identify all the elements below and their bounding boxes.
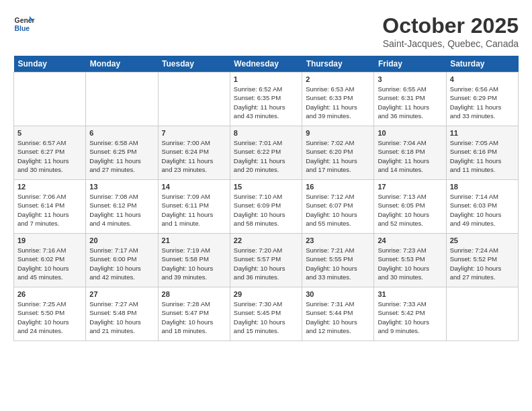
calendar-cell: 8Sunrise: 7:01 AM Sunset: 6:22 PM Daylig…: [230, 126, 302, 180]
calendar-cell: 11Sunrise: 7:05 AM Sunset: 6:16 PM Dayli…: [446, 126, 518, 180]
calendar-cell: 18Sunrise: 7:14 AM Sunset: 6:03 PM Dayli…: [446, 180, 518, 234]
day-info: Sunrise: 6:55 AM Sunset: 6:31 PM Dayligh…: [378, 85, 442, 120]
day-number: 9: [306, 129, 370, 137]
day-info: Sunrise: 7:23 AM Sunset: 5:53 PM Dayligh…: [378, 246, 442, 281]
day-number: 31: [378, 290, 442, 298]
day-number: 2: [306, 75, 370, 83]
day-info: Sunrise: 7:16 AM Sunset: 6:02 PM Dayligh…: [17, 246, 82, 281]
day-info: Sunrise: 7:20 AM Sunset: 5:57 PM Dayligh…: [234, 246, 298, 281]
calendar-cell: 24Sunrise: 7:23 AM Sunset: 5:53 PM Dayli…: [374, 234, 446, 287]
day-number: 14: [162, 183, 226, 191]
logo: General Blue: [13, 13, 35, 35]
day-number: 22: [234, 236, 298, 244]
calendar-week-row: 12Sunrise: 7:06 AM Sunset: 6:14 PM Dayli…: [14, 180, 519, 234]
day-number: 11: [450, 129, 515, 137]
day-number: 23: [306, 236, 370, 244]
day-info: Sunrise: 6:57 AM Sunset: 6:27 PM Dayligh…: [17, 138, 82, 174]
calendar-cell: 23Sunrise: 7:21 AM Sunset: 5:55 PM Dayli…: [302, 234, 374, 287]
day-number: 29: [234, 290, 298, 298]
calendar-cell: [14, 73, 86, 126]
calendar-week-row: 5Sunrise: 6:57 AM Sunset: 6:27 PM Daylig…: [14, 126, 519, 180]
calendar-cell: 16Sunrise: 7:12 AM Sunset: 6:07 PM Dayli…: [302, 180, 374, 234]
day-number: 24: [378, 236, 442, 244]
calendar-cell: 31Sunrise: 7:33 AM Sunset: 5:42 PM Dayli…: [374, 287, 446, 341]
location-subtitle: Saint-Jacques, Quebec, Canada: [382, 38, 519, 49]
calendar-cell: 4Sunrise: 6:56 AM Sunset: 6:29 PM Daylig…: [446, 73, 518, 126]
calendar-cell: 14Sunrise: 7:09 AM Sunset: 6:11 PM Dayli…: [158, 180, 230, 234]
day-info: Sunrise: 7:10 AM Sunset: 6:09 PM Dayligh…: [234, 192, 298, 228]
calendar-cell: 2Sunrise: 6:53 AM Sunset: 6:33 PM Daylig…: [302, 73, 374, 126]
day-info: Sunrise: 6:52 AM Sunset: 6:35 PM Dayligh…: [234, 85, 298, 120]
day-number: 12: [17, 183, 82, 191]
day-number: 6: [89, 129, 154, 137]
calendar-cell: 15Sunrise: 7:10 AM Sunset: 6:09 PM Dayli…: [230, 180, 302, 234]
day-info: Sunrise: 6:58 AM Sunset: 6:25 PM Dayligh…: [89, 138, 154, 174]
day-info: Sunrise: 7:12 AM Sunset: 6:07 PM Dayligh…: [306, 192, 370, 228]
day-number: 21: [162, 236, 226, 244]
day-info: Sunrise: 7:06 AM Sunset: 6:14 PM Dayligh…: [17, 192, 82, 228]
calendar-cell: 3Sunrise: 6:55 AM Sunset: 6:31 PM Daylig…: [374, 73, 446, 126]
day-info: Sunrise: 7:24 AM Sunset: 5:52 PM Dayligh…: [450, 246, 515, 281]
weekday-header-wednesday: Wednesday: [230, 56, 302, 73]
day-number: 16: [306, 183, 370, 191]
day-info: Sunrise: 7:17 AM Sunset: 6:00 PM Dayligh…: [89, 246, 154, 281]
day-number: 4: [450, 75, 515, 83]
day-info: Sunrise: 7:21 AM Sunset: 5:55 PM Dayligh…: [306, 246, 370, 281]
calendar-cell: [86, 73, 158, 126]
weekday-header-row: SundayMondayTuesdayWednesdayThursdayFrid…: [14, 56, 519, 73]
calendar-cell: 12Sunrise: 7:06 AM Sunset: 6:14 PM Dayli…: [14, 180, 86, 234]
calendar-cell: [446, 287, 518, 341]
calendar-week-row: 19Sunrise: 7:16 AM Sunset: 6:02 PM Dayli…: [14, 234, 519, 287]
day-info: Sunrise: 7:01 AM Sunset: 6:22 PM Dayligh…: [234, 138, 298, 174]
day-info: Sunrise: 7:30 AM Sunset: 5:45 PM Dayligh…: [234, 300, 298, 335]
weekday-header-tuesday: Tuesday: [158, 56, 230, 73]
calendar-cell: 13Sunrise: 7:08 AM Sunset: 6:12 PM Dayli…: [86, 180, 158, 234]
day-info: Sunrise: 7:13 AM Sunset: 6:05 PM Dayligh…: [378, 192, 442, 228]
day-number: 7: [162, 129, 226, 137]
day-info: Sunrise: 7:14 AM Sunset: 6:03 PM Dayligh…: [450, 192, 515, 228]
calendar-cell: 20Sunrise: 7:17 AM Sunset: 6:00 PM Dayli…: [86, 234, 158, 287]
day-number: 30: [306, 290, 370, 298]
day-info: Sunrise: 6:53 AM Sunset: 6:33 PM Dayligh…: [306, 85, 370, 120]
logo-icon: General Blue: [13, 13, 35, 35]
day-number: 1: [234, 75, 298, 83]
day-info: Sunrise: 7:02 AM Sunset: 6:20 PM Dayligh…: [306, 138, 370, 174]
day-info: Sunrise: 7:31 AM Sunset: 5:44 PM Dayligh…: [306, 300, 370, 335]
day-number: 17: [378, 183, 442, 191]
day-info: Sunrise: 7:05 AM Sunset: 6:16 PM Dayligh…: [450, 138, 515, 174]
day-info: Sunrise: 7:00 AM Sunset: 6:24 PM Dayligh…: [162, 138, 226, 174]
day-number: 10: [378, 129, 442, 137]
calendar-week-row: 26Sunrise: 7:25 AM Sunset: 5:50 PM Dayli…: [14, 287, 519, 341]
header: General Blue October 2025 Saint-Jacques,…: [13, 13, 519, 49]
calendar-cell: 22Sunrise: 7:20 AM Sunset: 5:57 PM Dayli…: [230, 234, 302, 287]
weekday-header-saturday: Saturday: [446, 56, 518, 73]
day-info: Sunrise: 7:27 AM Sunset: 5:48 PM Dayligh…: [89, 300, 154, 335]
month-title: October 2025: [382, 13, 519, 38]
day-number: 28: [162, 290, 226, 298]
calendar-cell: 21Sunrise: 7:19 AM Sunset: 5:58 PM Dayli…: [158, 234, 230, 287]
day-number: 18: [450, 183, 515, 191]
day-number: 27: [89, 290, 154, 298]
day-info: Sunrise: 7:19 AM Sunset: 5:58 PM Dayligh…: [162, 246, 226, 281]
day-info: Sunrise: 7:09 AM Sunset: 6:11 PM Dayligh…: [162, 192, 226, 228]
day-number: 19: [17, 236, 82, 244]
calendar-cell: 27Sunrise: 7:27 AM Sunset: 5:48 PM Dayli…: [86, 287, 158, 341]
day-info: Sunrise: 7:08 AM Sunset: 6:12 PM Dayligh…: [89, 192, 154, 228]
weekday-header-thursday: Thursday: [302, 56, 374, 73]
day-number: 5: [17, 129, 82, 137]
day-number: 15: [234, 183, 298, 191]
svg-text:Blue: Blue: [15, 25, 30, 32]
day-number: 20: [89, 236, 154, 244]
calendar-cell: 28Sunrise: 7:28 AM Sunset: 5:47 PM Dayli…: [158, 287, 230, 341]
day-info: Sunrise: 6:56 AM Sunset: 6:29 PM Dayligh…: [450, 85, 515, 120]
calendar-cell: [158, 73, 230, 126]
day-number: 26: [17, 290, 82, 298]
calendar-cell: 26Sunrise: 7:25 AM Sunset: 5:50 PM Dayli…: [14, 287, 86, 341]
calendar-week-row: 1Sunrise: 6:52 AM Sunset: 6:35 PM Daylig…: [14, 73, 519, 126]
calendar-table: SundayMondayTuesdayWednesdayThursdayFrid…: [13, 56, 519, 341]
calendar-cell: 25Sunrise: 7:24 AM Sunset: 5:52 PM Dayli…: [446, 234, 518, 287]
day-info: Sunrise: 7:04 AM Sunset: 6:18 PM Dayligh…: [378, 138, 442, 174]
day-info: Sunrise: 7:28 AM Sunset: 5:47 PM Dayligh…: [162, 300, 226, 335]
calendar-cell: 1Sunrise: 6:52 AM Sunset: 6:35 PM Daylig…: [230, 73, 302, 126]
calendar-cell: 30Sunrise: 7:31 AM Sunset: 5:44 PM Dayli…: [302, 287, 374, 341]
